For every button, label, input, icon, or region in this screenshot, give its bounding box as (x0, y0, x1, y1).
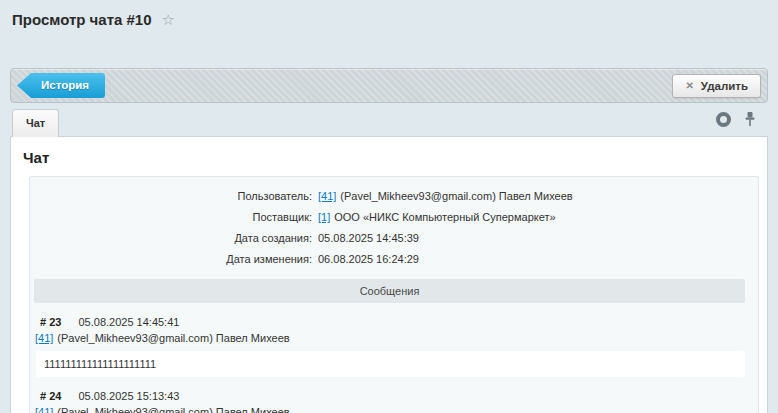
delete-button[interactable]: ✕ Удалить (672, 74, 761, 98)
author-id-link[interactable]: [41] (35, 406, 53, 413)
message-author-row: [41](Pavel_Mikheev93@gmail.com) Павел Ми… (34, 403, 745, 413)
message-author-row: [41](Pavel_Mikheev93@gmail.com) Павел Ми… (34, 329, 745, 349)
detail-row-supplier: Поставщик: [1]ООО «НИКС Компьютерный Суп… (30, 207, 758, 228)
message-item: # 23 05.08.2025 14:45:41 [41](Pavel_Mikh… (34, 307, 745, 377)
tab-bar-icons (716, 112, 766, 136)
detail-label: Дата создания: (30, 228, 318, 249)
section-heading: Чат (11, 149, 767, 166)
page: Просмотр чата #10 ☆ История ✕ Удалить Ча… (0, 0, 778, 413)
author-id-link[interactable]: [41] (35, 332, 53, 344)
message-author: (Pavel_Mikheev93@gmail.com) Павел Михеев (57, 332, 289, 344)
message-time: 05.08.2025 15:13:43 (78, 390, 179, 402)
message-time: 05.08.2025 14:45:41 (78, 316, 179, 328)
detail-label: Поставщик: (30, 207, 318, 228)
message-number: # 24 (40, 390, 61, 402)
detail-value: 06.08.2025 16:24:29 (318, 249, 419, 270)
messages-section-header: Сообщения (34, 279, 745, 303)
message-text: 111111111111111111111 (36, 351, 745, 377)
detail-value-text: ООО «НИКС Компьютерный Супермаркет» (334, 211, 555, 223)
detail-value-text: 06.08.2025 16:24:29 (318, 253, 419, 265)
chat-details-box: Пользователь: [41](Pavel_Mikheev93@gmail… (29, 176, 759, 413)
detail-value: [1]ООО «НИКС Компьютерный Супермаркет» (318, 207, 556, 228)
message-author: (Pavel_Mikheev93@gmail.com) Павел Михеев (57, 406, 289, 413)
detail-label: Дата изменения: (30, 249, 318, 270)
close-icon: ✕ (685, 80, 693, 91)
detail-row-created: Дата создания: 05.08.2025 14:45:39 (30, 228, 758, 249)
user-id-link[interactable]: [41] (318, 190, 336, 202)
message-number: # 23 (40, 316, 61, 328)
content-panel: Чат Пользователь: [41](Pavel_Mikheev93@g… (10, 136, 768, 413)
toolbar: История ✕ Удалить (10, 68, 768, 103)
tab-bar: Чат (10, 106, 768, 136)
message-meta: # 24 05.08.2025 15:13:43 (34, 381, 745, 403)
detail-value-text: (Pavel_Mikheev93@gmail.com) Павел Михеев (340, 190, 572, 202)
detail-value: [41](Pavel_Mikheev93@gmail.com) Павел Ми… (318, 186, 573, 207)
detail-row-modified: Дата изменения: 06.08.2025 16:24:29 (30, 249, 758, 270)
message-meta: # 23 05.08.2025 14:45:41 (34, 307, 745, 329)
supplier-id-link[interactable]: [1] (318, 211, 330, 223)
message-item: # 24 05.08.2025 15:13:43 [41](Pavel_Mikh… (34, 381, 745, 413)
page-title: Просмотр чата #10 (12, 11, 152, 28)
history-button[interactable]: История (17, 73, 105, 98)
detail-label: Пользователь: (30, 186, 318, 207)
title-row: Просмотр чата #10 ☆ (10, 0, 768, 28)
detail-value: 05.08.2025 14:45:39 (318, 228, 419, 249)
detail-row-user: Пользователь: [41](Pavel_Mikheev93@gmail… (30, 186, 758, 207)
delete-button-label: Удалить (701, 80, 748, 92)
detail-value-text: 05.08.2025 14:45:39 (318, 232, 419, 244)
gear-icon[interactable] (716, 112, 731, 127)
pin-icon[interactable] (744, 112, 756, 127)
favorite-star-icon[interactable]: ☆ (162, 12, 175, 27)
tab-chat[interactable]: Чат (12, 109, 59, 137)
